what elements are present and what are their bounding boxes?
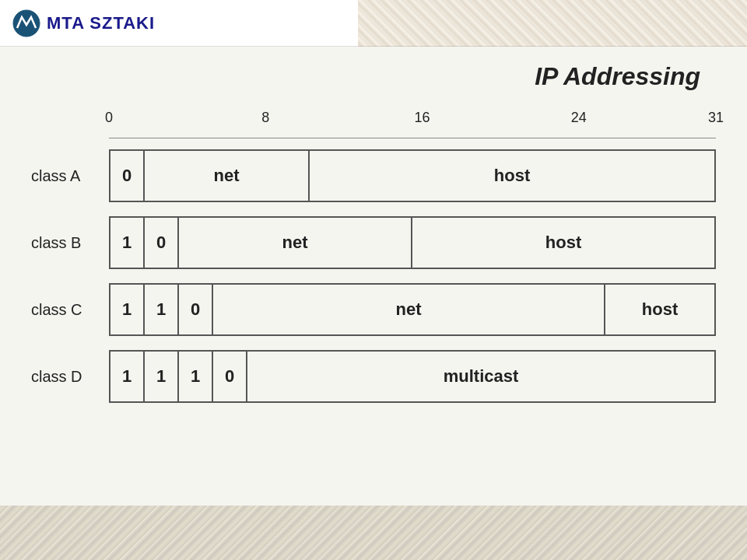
class-d-diagram: 1 1 1 0 multicast (109, 350, 716, 403)
class-a-label: class A (31, 167, 109, 185)
main-content: IP Addressing 0 8 16 24 31 class A 0 net… (0, 47, 747, 432)
logo-area: MTA SZTAKI (12, 9, 155, 37)
bit-positions-row: 0 8 16 24 31 (109, 110, 716, 131)
class-d-bit0: 1 (110, 352, 145, 401)
class-d-bit2: 1 (179, 352, 213, 401)
class-b-net: net (179, 218, 412, 268)
class-c-bit2: 0 (179, 285, 213, 334)
circuit-decoration (358, 0, 747, 47)
class-b-label: class B (31, 234, 109, 252)
class-c-net: net (213, 285, 605, 334)
class-c-bit1: 1 (145, 285, 179, 334)
class-d-bit1: 1 (145, 352, 179, 401)
class-d-label: class D (31, 368, 109, 386)
class-c-row: class C 1 1 0 net host (31, 283, 716, 336)
class-a-diagram: 0 net host (109, 149, 716, 202)
mta-logo-icon (12, 9, 40, 37)
class-b-host: host (412, 218, 714, 268)
logo-text: MTA SZTAKI (47, 13, 155, 33)
class-d-row: class D 1 1 1 0 multicast (31, 350, 716, 403)
class-c-bit0: 1 (110, 285, 145, 334)
class-a-host: host (310, 151, 714, 201)
class-a-bit0: 0 (110, 151, 145, 201)
class-a-net: net (145, 151, 310, 201)
bit-pos-16: 16 (414, 110, 430, 126)
bit-pos-31: 31 (708, 110, 724, 126)
class-b-bit0: 1 (110, 218, 145, 268)
class-a-row: class A 0 net host (31, 149, 716, 202)
class-b-diagram: 1 0 net host (109, 216, 716, 269)
page-title: IP Addressing (31, 62, 716, 91)
class-b-row: class B 1 0 net host (31, 216, 716, 269)
bit-pos-8: 8 (261, 110, 269, 126)
class-c-label: class C (31, 301, 109, 319)
class-d-multicast: multicast (247, 352, 714, 401)
bit-pos-24: 24 (571, 110, 587, 126)
top-divider (109, 138, 716, 138)
header: MTA SZTAKI (0, 0, 747, 47)
class-d-bit3: 0 (213, 352, 247, 401)
class-c-diagram: 1 1 0 net host (109, 283, 716, 336)
class-b-bit1: 0 (145, 218, 179, 268)
bit-pos-0: 0 (105, 110, 113, 126)
class-c-host: host (605, 285, 714, 334)
bottom-decoration (0, 506, 747, 560)
